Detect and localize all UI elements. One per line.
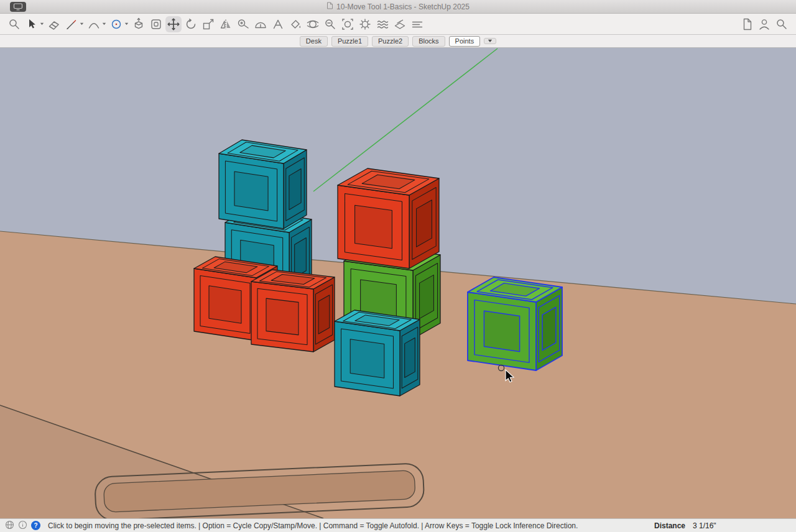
cube-red-top-middle[interactable] bbox=[338, 168, 439, 268]
account-icon[interactable] bbox=[756, 16, 772, 32]
cube-teal-bottom[interactable] bbox=[335, 310, 420, 396]
tab-puzzle2[interactable]: Puzzle2 bbox=[372, 36, 409, 47]
chevron-down-icon[interactable] bbox=[101, 16, 107, 32]
tape-measure-icon[interactable] bbox=[235, 16, 251, 32]
search-icon[interactable] bbox=[6, 16, 22, 32]
status-bar: ? Click to begin moving the pre-selected… bbox=[0, 518, 796, 532]
distance-label: Distance bbox=[654, 521, 685, 530]
pencil-icon[interactable] bbox=[63, 16, 80, 32]
chevron-down-icon[interactable] bbox=[39, 16, 45, 32]
help-icon[interactable]: ? bbox=[31, 521, 40, 530]
rotate-icon[interactable] bbox=[183, 16, 199, 32]
globe-icon[interactable] bbox=[5, 520, 14, 531]
orbit-icon[interactable] bbox=[305, 16, 321, 32]
chevron-down-icon[interactable] bbox=[124, 16, 129, 32]
scale-icon[interactable] bbox=[200, 16, 216, 32]
move-icon[interactable] bbox=[165, 16, 182, 32]
tab-points[interactable]: Points bbox=[449, 36, 481, 47]
cube-teal-upper[interactable] bbox=[219, 140, 307, 229]
protractor-icon[interactable] bbox=[252, 16, 269, 32]
viewport[interactable] bbox=[0, 48, 796, 518]
toolbar bbox=[0, 14, 796, 35]
distance-value-field[interactable]: 3 1/16" bbox=[693, 521, 724, 530]
sketchup-window: 10-Move Tool 1-Basics - SketchUp 2025 bbox=[0, 0, 796, 532]
info-icon[interactable] bbox=[18, 520, 27, 531]
cube-red-front[interactable] bbox=[251, 270, 335, 352]
tabs-overflow-button[interactable] bbox=[484, 38, 496, 44]
display-icon[interactable] bbox=[10, 2, 26, 12]
shadows-icon[interactable] bbox=[374, 16, 391, 32]
push-pull-icon[interactable] bbox=[131, 16, 147, 32]
eraser-icon[interactable] bbox=[46, 16, 62, 32]
title-bar: 10-Move Tool 1-Basics - SketchUp 2025 bbox=[0, 0, 796, 14]
zoom-icon[interactable] bbox=[322, 16, 338, 32]
search-icon[interactable] bbox=[774, 16, 790, 32]
paint-bucket-icon[interactable] bbox=[287, 16, 303, 32]
arc-icon[interactable] bbox=[86, 16, 102, 32]
tab-puzzle1[interactable]: Puzzle1 bbox=[331, 36, 368, 47]
document-panel-icon[interactable] bbox=[739, 16, 755, 32]
cube-green-selected[interactable] bbox=[468, 277, 562, 370]
offset-icon[interactable] bbox=[148, 16, 164, 32]
text-icon[interactable] bbox=[270, 16, 286, 32]
scene-tabs-bar: Desk Puzzle1 Puzzle2 Blocks Points bbox=[0, 35, 796, 48]
status-message: Click to begin moving the pre-selected i… bbox=[48, 521, 578, 530]
fog-icon[interactable] bbox=[409, 16, 425, 32]
chevron-down-icon[interactable] bbox=[79, 16, 85, 32]
window-title: 10-Move Tool 1-Basics - SketchUp 2025 bbox=[336, 2, 470, 11]
tab-desk[interactable]: Desk bbox=[300, 36, 328, 47]
styles-icon[interactable] bbox=[357, 16, 373, 32]
section-plane-icon[interactable] bbox=[392, 16, 408, 32]
zoom-extents-icon[interactable] bbox=[340, 16, 356, 32]
circle-icon[interactable] bbox=[108, 16, 124, 32]
flip-icon[interactable] bbox=[218, 16, 234, 32]
document-proxy-icon bbox=[326, 2, 333, 11]
tab-blocks[interactable]: Blocks bbox=[412, 36, 445, 47]
select-icon[interactable] bbox=[24, 16, 40, 32]
